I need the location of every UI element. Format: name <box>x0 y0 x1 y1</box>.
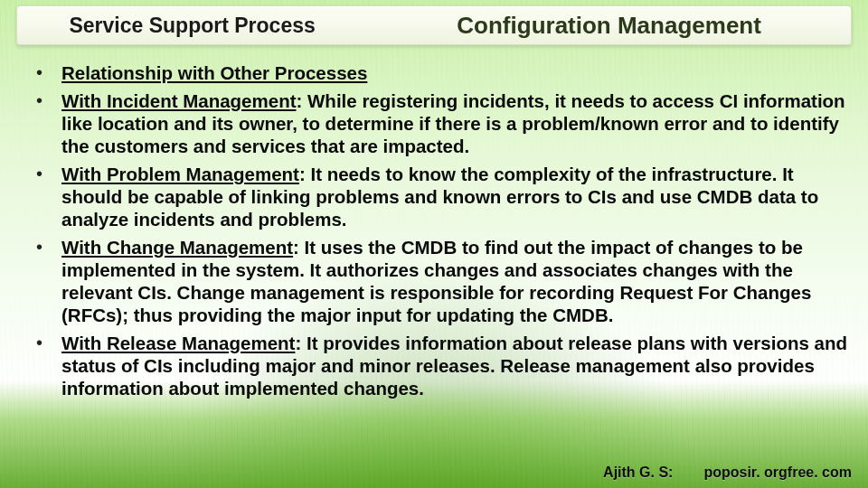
footer: Ajith G. S:poposir. orgfree. com <box>603 465 852 481</box>
title-left: Service Support Process <box>17 14 367 38</box>
footer-site: poposir. orgfree. com <box>703 465 852 480</box>
title-right: Configuration Management <box>367 12 851 40</box>
bullet-lead: With Change Management <box>61 237 293 258</box>
title-bar: Service Support Process Configuration Ma… <box>16 5 852 45</box>
slide: Service Support Process Configuration Ma… <box>0 0 868 488</box>
bullet-heading: Relationship with Other Processes <box>61 62 367 83</box>
bullet-lead: With Problem Management <box>61 164 299 184</box>
list-item: With Change Management: It uses the CMDB… <box>25 236 848 326</box>
list-item: With Incident Management: While register… <box>25 89 848 157</box>
bullet-lead: With Incident Management <box>61 90 297 111</box>
list-item: With Release Management: It provides inf… <box>25 332 848 399</box>
content-area: Relationship with Other Processes With I… <box>25 61 848 441</box>
list-item: Relationship with Other Processes <box>25 61 848 84</box>
bullet-list: Relationship with Other Processes With I… <box>25 61 848 399</box>
bullet-lead: With Release Management <box>61 333 295 353</box>
footer-author: Ajith G. S: <box>603 465 673 480</box>
list-item: With Problem Management: It needs to kno… <box>25 163 848 230</box>
